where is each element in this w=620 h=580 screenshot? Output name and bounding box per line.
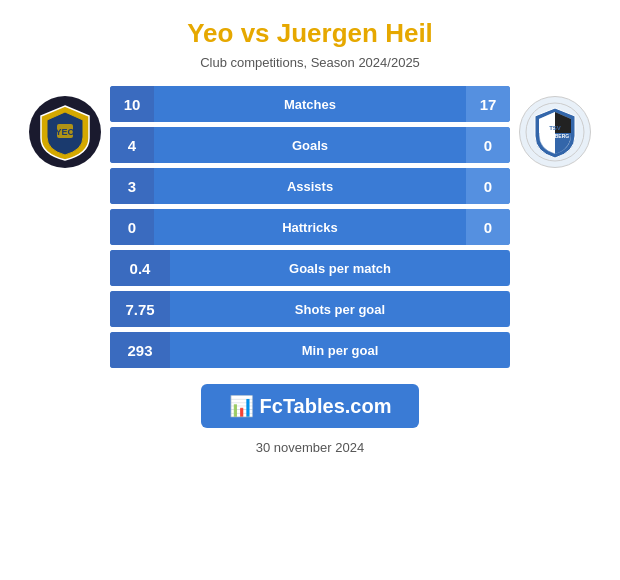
hattricks-left-value: 0 <box>110 209 154 245</box>
page-subtitle: Club competitions, Season 2024/2025 <box>200 55 420 70</box>
assists-left-value: 3 <box>110 168 154 204</box>
svg-text:HARTBERG: HARTBERG <box>541 133 569 139</box>
yeo-crest: YEO <box>29 96 101 168</box>
goals-per-match-label: Goals per match <box>170 250 510 286</box>
left-team-logo: YEO <box>20 86 110 168</box>
svg-text:YEO: YEO <box>55 127 74 137</box>
hartberg-crest: TSV HARTBERG <box>519 96 591 168</box>
page-title: Yeo vs Juergen Heil <box>187 18 433 49</box>
hattricks-label: Hattricks <box>154 209 466 245</box>
assists-right-value: 0 <box>466 168 510 204</box>
stat-row-matches: 10 Matches 17 <box>110 86 510 122</box>
goals-per-match-value: 0.4 <box>110 250 170 286</box>
matches-left-value: 10 <box>110 86 154 122</box>
right-team-logo: TSV HARTBERG <box>510 86 600 168</box>
main-content: YEO 10 Matches 17 4 Goals 0 3 Assists 0 <box>20 86 600 368</box>
stat-row-goals-per-match: 0.4 Goals per match <box>110 250 510 286</box>
matches-label: Matches <box>154 86 466 122</box>
hattricks-right-value: 0 <box>466 209 510 245</box>
stat-row-min-per-goal: 293 Min per goal <box>110 332 510 368</box>
stat-row-shots-per-goal: 7.75 Shots per goal <box>110 291 510 327</box>
assists-label: Assists <box>154 168 466 204</box>
goals-label: Goals <box>154 127 466 163</box>
badge-text: FcTables.com <box>260 395 392 418</box>
svg-text:TSV: TSV <box>549 125 561 131</box>
stats-column: 10 Matches 17 4 Goals 0 3 Assists 0 0 Ha… <box>110 86 510 368</box>
goals-left-value: 4 <box>110 127 154 163</box>
stat-row-assists: 3 Assists 0 <box>110 168 510 204</box>
chart-icon: 📊 <box>229 394 254 418</box>
footer-date: 30 november 2024 <box>256 440 364 455</box>
stat-row-goals: 4 Goals 0 <box>110 127 510 163</box>
page-container: Yeo vs Juergen Heil Club competitions, S… <box>0 0 620 580</box>
min-per-goal-value: 293 <box>110 332 170 368</box>
min-per-goal-label: Min per goal <box>170 332 510 368</box>
shots-per-goal-value: 7.75 <box>110 291 170 327</box>
fctables-badge: 📊 FcTables.com <box>201 384 420 428</box>
goals-right-value: 0 <box>466 127 510 163</box>
stat-row-hattricks: 0 Hattricks 0 <box>110 209 510 245</box>
shots-per-goal-label: Shots per goal <box>170 291 510 327</box>
matches-right-value: 17 <box>466 86 510 122</box>
